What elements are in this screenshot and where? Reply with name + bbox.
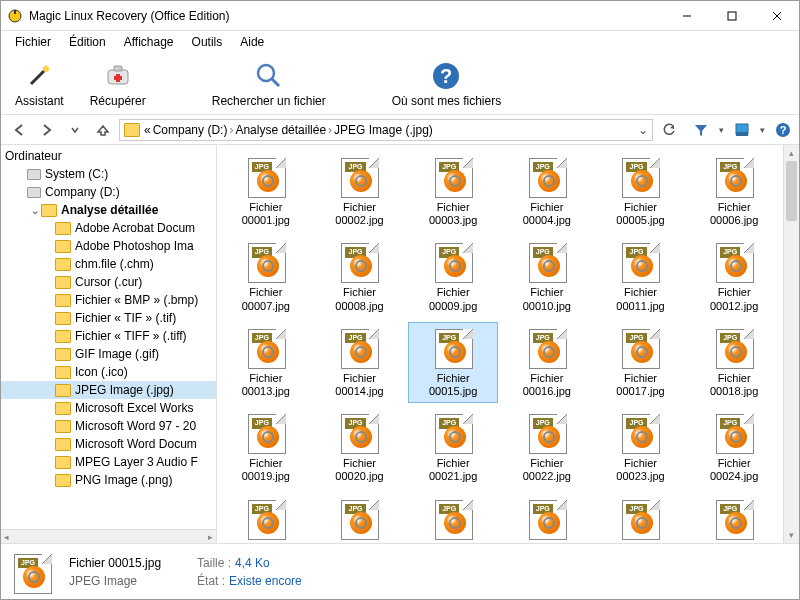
- file-item[interactable]: JPGFichier00007.jpg: [221, 236, 311, 317]
- tree-item[interactable]: Microsoft Excel Works: [1, 399, 216, 417]
- tree-item[interactable]: GIF Image (.gif): [1, 345, 216, 363]
- menu-affichage[interactable]: Affichage: [116, 33, 182, 51]
- file-item[interactable]: JPGFichier00010.jpg: [502, 236, 592, 317]
- file-item[interactable]: JPGFichier00015.jpg: [408, 322, 498, 403]
- tree-item[interactable]: MPEG Layer 3 Audio F: [1, 453, 216, 471]
- breadcrumb-part[interactable]: Analyse détaillée: [235, 123, 326, 137]
- file-item[interactable]: JPGFichier00011.jpg: [596, 236, 686, 317]
- tree-item[interactable]: Icon (.ico): [1, 363, 216, 381]
- file-item[interactable]: JPGFichier00024.jpg: [689, 407, 779, 488]
- tree-item[interactable]: Microsoft Word 97 - 20: [1, 417, 216, 435]
- file-item[interactable]: JPGFichier00021.jpg: [408, 407, 498, 488]
- tree-root-label[interactable]: Ordinateur: [1, 147, 216, 165]
- search-file-button[interactable]: Rechercher un fichier: [212, 60, 326, 108]
- refresh-button[interactable]: [657, 118, 681, 142]
- svg-rect-11: [114, 76, 122, 80]
- file-item[interactable]: JPGFichier00009.jpg: [408, 236, 498, 317]
- tree-item[interactable]: chm.file (.chm): [1, 255, 216, 273]
- menu-outils[interactable]: Outils: [184, 33, 231, 51]
- breadcrumb-part[interactable]: «: [144, 123, 151, 137]
- maximize-button[interactable]: [709, 1, 754, 31]
- file-item[interactable]: JPGFichier00014.jpg: [315, 322, 405, 403]
- file-item[interactable]: JPGFichier00023.jpg: [596, 407, 686, 488]
- chevron-down-icon[interactable]: ⌄: [638, 123, 648, 137]
- tree-item[interactable]: JPEG Image (.jpg): [1, 381, 216, 399]
- app-icon: [7, 8, 23, 24]
- file-item[interactable]: JPGFichier00017.jpg: [596, 322, 686, 403]
- dropdown-icon[interactable]: ▾: [760, 125, 765, 135]
- file-item[interactable]: JPGFichier00020.jpg: [315, 407, 405, 488]
- menu-édition[interactable]: Édition: [61, 33, 114, 51]
- file-grid: JPGFichier00001.jpgJPGFichier00002.jpgJP…: [217, 145, 783, 543]
- assistant-button[interactable]: Assistant: [15, 60, 64, 108]
- file-item[interactable]: JPGFichier00025.jpg: [221, 493, 311, 544]
- file-item[interactable]: JPGFichier00002.jpg: [315, 151, 405, 232]
- file-item[interactable]: JPGFichier00013.jpg: [221, 322, 311, 403]
- tree-item[interactable]: Adobe Photoshop Ima: [1, 237, 216, 255]
- expand-icon[interactable]: ⌄: [29, 205, 41, 216]
- folder-icon: [55, 402, 71, 415]
- tree-item[interactable]: ⌄Analyse détaillée: [1, 201, 216, 219]
- tree-item[interactable]: Adobe Acrobat Docum: [1, 219, 216, 237]
- recover-button[interactable]: Récupérer: [90, 60, 146, 108]
- minimize-button[interactable]: [664, 1, 709, 31]
- up-button[interactable]: [91, 118, 115, 142]
- menu-fichier[interactable]: Fichier: [7, 33, 59, 51]
- file-item[interactable]: JPGFichier00018.jpg: [689, 322, 779, 403]
- file-item[interactable]: JPGFichier00004.jpg: [502, 151, 592, 232]
- file-item[interactable]: JPGFichier00028.jpg: [502, 493, 592, 544]
- view-mode-icon[interactable]: [732, 120, 752, 140]
- tree-item[interactable]: Fichier « TIF » (.tif): [1, 309, 216, 327]
- menu-aide[interactable]: Aide: [232, 33, 272, 51]
- file-item[interactable]: JPGFichier00012.jpg: [689, 236, 779, 317]
- status-properties: Taille :4,4 Ko État :Existe encore: [197, 556, 302, 588]
- tree-item[interactable]: Company (D:): [1, 183, 216, 201]
- folder-icon: [55, 312, 71, 325]
- horizontal-scrollbar[interactable]: ◂▸: [1, 529, 216, 543]
- file-item[interactable]: JPGFichier00022.jpg: [502, 407, 592, 488]
- dropdown-icon[interactable]: ▾: [719, 125, 724, 135]
- file-label: 00001.jpg: [242, 214, 290, 227]
- tree-item-label: Cursor (.cur): [75, 275, 142, 289]
- file-item[interactable]: JPGFichier00030.jpg: [689, 493, 779, 544]
- svg-text:?: ?: [440, 65, 452, 87]
- tree-item[interactable]: Cursor (.cur): [1, 273, 216, 291]
- breadcrumb-part[interactable]: JPEG Image (.jpg): [334, 123, 433, 137]
- folder-icon: [55, 474, 71, 487]
- tree-item[interactable]: System (C:): [1, 165, 216, 183]
- file-label: 00010.jpg: [523, 300, 571, 313]
- file-item[interactable]: JPGFichier00029.jpg: [596, 493, 686, 544]
- tree-item-label: chm.file (.chm): [75, 257, 154, 271]
- back-button[interactable]: [7, 118, 31, 142]
- file-item[interactable]: JPGFichier00026.jpg: [315, 493, 405, 544]
- tree-item[interactable]: Microsoft Word Docum: [1, 435, 216, 453]
- tree-item[interactable]: Fichier « BMP » (.bmp): [1, 291, 216, 309]
- file-label: 00009.jpg: [429, 300, 477, 313]
- file-item[interactable]: JPGFichier00005.jpg: [596, 151, 686, 232]
- file-item[interactable]: JPGFichier00008.jpg: [315, 236, 405, 317]
- file-item[interactable]: JPGFichier00006.jpg: [689, 151, 779, 232]
- folder-icon: [55, 438, 71, 451]
- file-thumbnail: JPG: [245, 412, 287, 454]
- close-button[interactable]: [754, 1, 799, 31]
- breadcrumb[interactable]: « Company (D:) › Analyse détaillée › JPE…: [119, 119, 653, 141]
- tree-item-label: Fichier « TIFF » (.tiff): [75, 329, 187, 343]
- where-files-button[interactable]: ? Où sont mes fichiers: [392, 60, 501, 108]
- help-icon[interactable]: ?: [773, 120, 793, 140]
- file-item[interactable]: JPGFichier00019.jpg: [221, 407, 311, 488]
- filter-icon[interactable]: [691, 120, 711, 140]
- file-item[interactable]: JPGFichier00001.jpg: [221, 151, 311, 232]
- file-label: Fichier: [718, 286, 751, 299]
- vertical-scrollbar[interactable]: ▴ ▾: [783, 145, 799, 543]
- file-item[interactable]: JPGFichier00003.jpg: [408, 151, 498, 232]
- forward-button[interactable]: [35, 118, 59, 142]
- breadcrumb-part[interactable]: Company (D:): [153, 123, 228, 137]
- tree-item[interactable]: PNG Image (.png): [1, 471, 216, 489]
- file-item[interactable]: JPGFichier00016.jpg: [502, 322, 592, 403]
- tree-item[interactable]: Fichier « TIFF » (.tiff): [1, 327, 216, 345]
- file-label: 00005.jpg: [616, 214, 664, 227]
- folder-icon: [55, 258, 71, 271]
- file-item[interactable]: JPGFichier00027.jpg: [408, 493, 498, 544]
- file-label: Fichier: [343, 457, 376, 470]
- history-dropdown[interactable]: [63, 118, 87, 142]
